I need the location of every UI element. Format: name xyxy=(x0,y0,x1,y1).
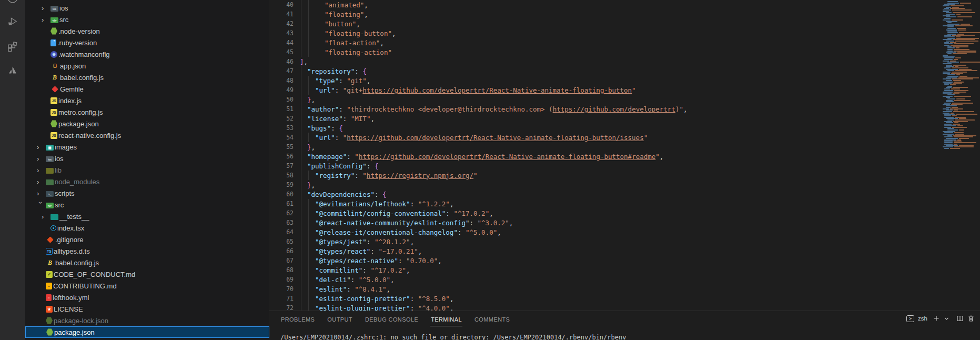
terminal-shell-icon[interactable]: > xyxy=(906,315,914,322)
code-link[interactable]: https://github.com/developertrt/React-Na… xyxy=(359,153,655,161)
tree-item[interactable]: package.json xyxy=(25,326,269,338)
tree-item[interactable]: ›__tests__ xyxy=(25,211,269,222)
code-link[interactable]: https://github.com/developertrt xyxy=(553,105,675,113)
tree-chevron-icon[interactable]: › xyxy=(37,190,45,197)
code-line[interactable]: 41"floating", xyxy=(269,9,940,19)
tree-chevron-icon[interactable]: › xyxy=(37,155,45,162)
tree-item[interactable]: ›iosios xyxy=(25,153,269,164)
code-line[interactable]: 48"type": "git", xyxy=(269,76,940,85)
tree-item[interactable]: index.tsx xyxy=(25,222,269,234)
code-line[interactable]: 58"registry": "https://registry.npmjs.or… xyxy=(269,171,940,180)
code-link[interactable]: https://github.com/developertrt/React-Na… xyxy=(347,134,643,142)
code-line[interactable]: 44"float-action", xyxy=(269,38,940,47)
atlassian-icon[interactable] xyxy=(0,58,25,82)
tree-chevron-icon[interactable]: › xyxy=(42,16,49,23)
tree-item[interactable]: package.json xyxy=(25,118,269,129)
extensions-icon[interactable] xyxy=(0,34,25,58)
code-link[interactable]: https://registry.npmjs.org/ xyxy=(367,172,473,179)
split-terminal-icon[interactable] xyxy=(956,315,964,322)
code-line[interactable]: 60"devDependencies": { xyxy=(269,189,940,199)
panel-tab-terminal[interactable]: TERMINAL xyxy=(430,314,462,326)
tree-chevron-icon[interactable]: › xyxy=(37,178,45,185)
tree-chevron-icon[interactable]: › xyxy=(37,144,45,151)
tree-item[interactable]: JSindex.js xyxy=(25,95,269,106)
code-line[interactable]: 40"animated", xyxy=(269,0,940,9)
code-line[interactable]: 59}, xyxy=(269,180,940,189)
tree-chevron-icon[interactable]: › xyxy=(37,202,44,209)
code-line[interactable]: 53"bugs": { xyxy=(269,123,940,133)
code-line[interactable]: 43"floating-button", xyxy=(269,28,940,38)
tree-item[interactable]: ›iosios xyxy=(25,2,269,14)
code-line[interactable]: 66"@types/react": "~17.0.21", xyxy=(269,246,940,256)
explorer-sidebar: ›iosios›</>src.node-version.ruby-version… xyxy=(25,0,269,340)
tree-item[interactable]: ›node_modules xyxy=(25,176,269,187)
tree-item[interactable]: .node-version xyxy=(25,25,269,37)
code-line[interactable]: 72"eslint-plugin-prettier": "^4.0.0", xyxy=(269,303,940,311)
code-line[interactable]: 62"@commitlint/config-conventional": "^1… xyxy=(269,208,940,218)
kill-terminal-trash-icon[interactable] xyxy=(967,315,975,322)
panel-tab-comments[interactable]: COMMENTS xyxy=(474,314,510,326)
panel-tab-problems[interactable]: PROBLEMS xyxy=(280,314,315,326)
code-line[interactable]: 45"floating-action" xyxy=(269,47,940,57)
indent-guide xyxy=(301,208,301,218)
code-line[interactable]: 51"author": "thirdrocktechkno <developer… xyxy=(269,104,940,114)
new-terminal-icon[interactable] xyxy=(933,315,940,322)
tree-item[interactable]: Bbabel.config.js xyxy=(25,257,269,268)
panel-tab-debug-console[interactable]: DEBUG CONSOLE xyxy=(365,314,419,326)
code-line[interactable]: 61"@evilmartians/lefthook": "^1.2.2", xyxy=(269,199,940,208)
minimap[interactable] xyxy=(940,0,980,311)
code-link[interactable]: https://github.com/developertrt/React-Na… xyxy=(362,86,632,94)
tree-item[interactable]: TSalltypes.d.ts xyxy=(25,245,269,257)
code-line[interactable]: 47"repository": { xyxy=(269,66,940,76)
code-line[interactable]: 57"publishConfig": { xyxy=(269,161,940,171)
tree-item[interactable]: .gitignore xyxy=(25,234,269,245)
code-line[interactable]: 68"commitlint": "^17.0.2", xyxy=(269,265,940,275)
tree-item[interactable]: ◉.watchmanconfig xyxy=(25,48,269,60)
terminal-output-line: /Users/EMP20210014/.zshrc:1: no such fil… xyxy=(269,334,980,340)
tree-item[interactable]: {}app.json xyxy=(25,60,269,72)
tree-item[interactable]: ✓CODE_OF_CONDUCT.md xyxy=(25,268,269,280)
code-line[interactable]: 67"@types/react-native": "0.70.0", xyxy=(269,256,940,265)
minimap-line xyxy=(944,43,974,44)
tree-item[interactable]: ≡CONTRIBUTING.md xyxy=(25,280,269,292)
tree-chevron-icon[interactable]: › xyxy=(42,5,49,12)
code-line[interactable]: 70"eslint": "^8.4.1", xyxy=(269,284,940,294)
tree-item[interactable]: ›>_scripts xyxy=(25,187,269,199)
partial-top-icon[interactable] xyxy=(0,0,25,4)
indent-guide xyxy=(308,47,309,57)
tree-item[interactable]: ›lib xyxy=(25,164,269,176)
minimap-line xyxy=(947,22,952,23)
tree-chevron-icon[interactable]: › xyxy=(42,213,49,220)
code-line[interactable]: 50}, xyxy=(269,95,940,104)
code-line[interactable]: 65"@types/jest": "^28.1.2", xyxy=(269,237,940,246)
panel-tab-output[interactable]: OUTPUT xyxy=(327,314,353,326)
code-line[interactable]: 63"@react-native-community/eslint-config… xyxy=(269,218,940,227)
tree-item[interactable]: ≡lefthook.yml xyxy=(25,292,269,303)
code-editor[interactable]: 40"animated",41"floating",42"button",43"… xyxy=(269,0,980,311)
tree-item[interactable]: JSreact-native.config.js xyxy=(25,129,269,141)
tree-item[interactable]: JSmetro.config.js xyxy=(25,106,269,118)
run-and-debug-icon[interactable] xyxy=(0,9,25,34)
tree-item[interactable]: .ruby-version xyxy=(25,37,269,48)
code-line[interactable]: 54"url": "https://github.com/developertr… xyxy=(269,133,940,142)
code-line[interactable]: 69"del-cli": "^5.0.0", xyxy=(269,275,940,284)
code-line[interactable]: 55}, xyxy=(269,142,940,152)
terminal-dropdown-chevron-icon[interactable] xyxy=(944,316,949,322)
tree-item[interactable]: ›</>src xyxy=(25,14,269,25)
tree-chevron-icon[interactable]: › xyxy=(37,167,45,174)
tree-item[interactable]: package-lock.json xyxy=(25,315,269,326)
code-line[interactable]: 42"button", xyxy=(269,19,940,28)
code-line[interactable]: 71"eslint-config-prettier": "^8.5.0", xyxy=(269,294,940,303)
tree-item[interactable]: ★LICENSE xyxy=(25,303,269,315)
minimap-line xyxy=(943,134,964,135)
tree-item[interactable]: ›</>src xyxy=(25,199,269,211)
code-line[interactable]: 49"url": "git+https://github.com/develop… xyxy=(269,85,940,95)
tree-item[interactable]: Gemfile xyxy=(25,83,269,95)
code-line[interactable]: 52"license": "MIT", xyxy=(269,114,940,123)
code-line[interactable]: 46], xyxy=(269,57,940,66)
code-line[interactable]: 64"@release-it/conventional-changelog": … xyxy=(269,227,940,237)
shell-label[interactable]: zsh xyxy=(918,315,927,322)
tree-item[interactable]: Bbabel.config.js xyxy=(25,72,269,83)
code-line[interactable]: 56"homepage": "https://github.com/develo… xyxy=(269,152,940,161)
tree-item[interactable]: ›▦images xyxy=(25,141,269,153)
